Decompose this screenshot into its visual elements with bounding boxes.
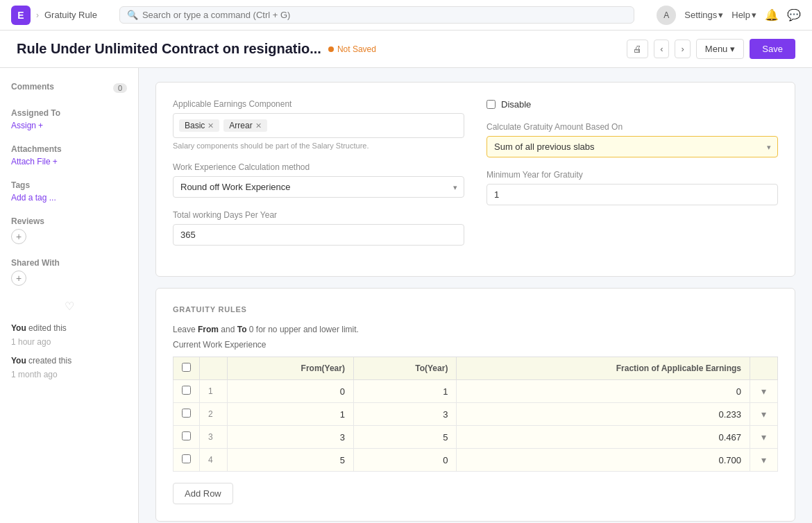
comments-label: Comments bbox=[11, 82, 54, 92]
print-button[interactable]: 🖨 bbox=[627, 40, 648, 58]
row-checkbox-cell bbox=[174, 449, 200, 472]
disable-checkbox[interactable] bbox=[487, 100, 496, 109]
calculate-based-on-select-wrapper: Sum of all previous slabs Current Slab ▾ bbox=[487, 136, 778, 157]
total-working-days-field: Total working Days Per Year bbox=[173, 210, 464, 246]
table-header-row: From(Year) To(Year) Fraction of Applicab… bbox=[174, 357, 778, 380]
table-row: 1 0 1 0 ▾ bbox=[174, 380, 778, 403]
disable-label: Disable bbox=[501, 99, 531, 110]
add-tag-button[interactable]: Add a tag ... bbox=[11, 193, 56, 203]
minimum-year-field: Minimum Year for Gratuity bbox=[487, 170, 778, 205]
row-dropdown-button[interactable]: ▾ bbox=[761, 409, 766, 420]
calculate-based-on-label: Calculate Gratuity Amount Based On bbox=[487, 122, 778, 132]
sidebar-attachments: Attachments Attach File + bbox=[11, 144, 127, 166]
select-all-checkbox[interactable] bbox=[182, 363, 191, 372]
row-checkbox[interactable] bbox=[182, 431, 191, 440]
row-checkbox[interactable] bbox=[182, 409, 191, 418]
tag-basic: Basic ✕ bbox=[179, 119, 219, 132]
tag-arrear-remove[interactable]: ✕ bbox=[255, 122, 262, 130]
add-review-button[interactable]: + bbox=[11, 229, 26, 244]
row-to: 0 bbox=[353, 449, 456, 472]
sidebar-reviews: Reviews + bbox=[11, 216, 127, 244]
current-work-experience-title: Current Work Experience bbox=[173, 340, 778, 350]
tag-input-earnings[interactable]: Basic ✕ Arrear ✕ bbox=[173, 113, 464, 138]
assigned-to-label: Assigned To bbox=[11, 108, 127, 118]
row-checkbox-cell bbox=[174, 426, 200, 449]
work-experience-label: Work Experience Calculation method bbox=[173, 162, 464, 172]
th-index bbox=[200, 357, 228, 380]
work-experience-select-wrapper: Round off Work Experience Exact Work Exp… bbox=[173, 176, 464, 198]
row-dropdown-button[interactable]: ▾ bbox=[761, 431, 766, 443]
chat-button[interactable]: 💬 bbox=[787, 8, 801, 22]
settings-button[interactable]: Settings ▾ bbox=[684, 10, 723, 20]
row-index: 2 bbox=[200, 403, 228, 426]
row-dropdown-button[interactable]: ▾ bbox=[761, 454, 766, 465]
add-shared-button[interactable]: + bbox=[11, 271, 26, 286]
search-input[interactable] bbox=[142, 10, 627, 20]
work-experience-select[interactable]: Round off Work Experience Exact Work Exp… bbox=[173, 176, 464, 198]
row-from: 0 bbox=[228, 380, 354, 403]
row-fraction: 0.467 bbox=[457, 426, 750, 449]
search-bar[interactable]: 🔍 bbox=[119, 6, 634, 24]
nav-right: A Settings ▾ Help ▾ 🔔 💬 bbox=[657, 6, 801, 25]
row-fraction: 0 bbox=[457, 380, 750, 403]
row-from: 3 bbox=[228, 426, 354, 449]
prev-button[interactable]: ‹ bbox=[654, 40, 669, 58]
applicable-earnings-field: Applicable Earnings Component Basic ✕ Ar… bbox=[173, 99, 464, 150]
row-checkbox[interactable] bbox=[182, 454, 191, 463]
total-working-days-input[interactable] bbox=[173, 224, 464, 246]
row-dropdown-button[interactable]: ▾ bbox=[761, 386, 766, 397]
gratuity-rules-title: GRATUITY RULES bbox=[173, 305, 778, 314]
row-action-cell: ▾ bbox=[750, 449, 778, 472]
shared-with-label: Shared With bbox=[11, 258, 127, 268]
minimum-year-label: Minimum Year for Gratuity bbox=[487, 170, 778, 180]
notifications-button[interactable]: 🔔 bbox=[765, 8, 779, 22]
row-action-cell: ▾ bbox=[750, 380, 778, 403]
row-action-cell: ▾ bbox=[750, 426, 778, 449]
form-row-1: Applicable Earnings Component Basic ✕ Ar… bbox=[173, 99, 778, 246]
sidebar: Comments 0 Assigned To Assign + Attachme… bbox=[0, 68, 139, 523]
form-left-col: Applicable Earnings Component Basic ✕ Ar… bbox=[173, 99, 464, 246]
row-fraction: 0.233 bbox=[457, 403, 750, 426]
calculate-based-on-field: Calculate Gratuity Amount Based On Sum o… bbox=[487, 122, 778, 157]
applicable-earnings-label: Applicable Earnings Component bbox=[173, 99, 464, 109]
avatar: A bbox=[657, 6, 676, 25]
tag-basic-remove[interactable]: ✕ bbox=[208, 122, 214, 130]
th-action bbox=[750, 357, 778, 380]
sidebar-tags: Tags Add a tag ... bbox=[11, 180, 127, 203]
timeline-item-2: You created this 1 month ago bbox=[11, 354, 127, 382]
row-checkbox[interactable] bbox=[182, 386, 191, 395]
comments-count: 0 bbox=[113, 83, 127, 93]
attach-file-button[interactable]: Attach File + bbox=[11, 157, 58, 166]
row-to: 3 bbox=[353, 403, 456, 426]
menu-button[interactable]: Menu ▾ bbox=[696, 39, 745, 59]
not-saved-badge: Not Saved bbox=[328, 44, 376, 54]
minimum-year-input[interactable] bbox=[487, 184, 778, 205]
disable-field: Disable bbox=[487, 99, 778, 110]
th-to: To(Year) bbox=[353, 357, 456, 380]
attach-plus-icon: + bbox=[53, 157, 58, 166]
tag-arrear: Arrear ✕ bbox=[223, 119, 267, 132]
assign-button[interactable]: Assign + bbox=[11, 121, 43, 130]
to-bold: To bbox=[237, 325, 247, 334]
add-row-button[interactable]: Add Row bbox=[173, 483, 233, 504]
plus-icon: + bbox=[38, 121, 43, 130]
row-index: 3 bbox=[200, 426, 228, 449]
timeline: You edited this 1 hour ago You created t… bbox=[11, 321, 127, 382]
gratuity-rules-card: GRATUITY RULES Leave From and To 0 for n… bbox=[155, 288, 795, 522]
row-from: 1 bbox=[228, 403, 354, 426]
th-checkbox bbox=[174, 357, 200, 380]
page-title: Rule Under Unlimited Contract on resigna… bbox=[17, 41, 321, 57]
row-action-cell: ▾ bbox=[750, 403, 778, 426]
page-header: Rule Under Unlimited Contract on resigna… bbox=[0, 31, 812, 68]
row-from: 5 bbox=[228, 449, 354, 472]
next-button[interactable]: › bbox=[675, 40, 690, 58]
top-nav: E › Gratuity Rule 🔍 A Settings ▾ Help ▾ … bbox=[0, 0, 812, 31]
form-right-col: Disable Calculate Gratuity Amount Based … bbox=[487, 99, 778, 246]
heart-icon[interactable]: ♡ bbox=[65, 300, 74, 312]
help-button[interactable]: Help ▾ bbox=[731, 10, 756, 20]
row-fraction: 0.700 bbox=[457, 449, 750, 472]
calculate-based-on-select[interactable]: Sum of all previous slabs Current Slab bbox=[487, 136, 778, 157]
save-button[interactable]: Save bbox=[750, 39, 795, 59]
breadcrumb-chevron: › bbox=[36, 10, 39, 20]
app-icon: E bbox=[11, 6, 31, 25]
